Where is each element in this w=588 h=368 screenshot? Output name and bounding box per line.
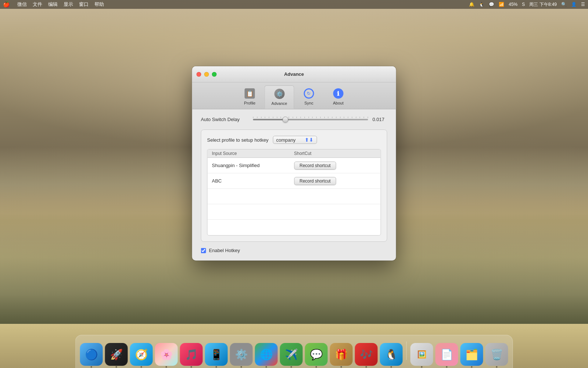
menubar-item-wechat[interactable]: 微信: [17, 1, 27, 8]
profile-selected-value: company: [276, 137, 295, 143]
tab-about[interactable]: ℹ About: [323, 85, 353, 109]
menubar-left: 🍎 微信 文件 编辑 显示 窗口 帮助: [3, 1, 104, 8]
shortcut-cell-1: Record shortcut: [294, 162, 376, 170]
wechat-status-icon: 💬: [489, 2, 494, 7]
close-button[interactable]: [197, 72, 201, 77]
dock-separator: [406, 342, 407, 360]
advance-tab-icon: ⚙️: [273, 88, 285, 100]
about-tab-icon: ℹ: [332, 88, 344, 99]
hotkey-table: Input Source ShortCut Shuangpin - Simpli…: [207, 149, 381, 236]
delay-row: Auto Switch Delay: [201, 117, 387, 122]
input-source-2: ABC: [212, 178, 294, 184]
dock-icon-qq[interactable]: 🐧: [380, 343, 403, 366]
enable-hotkey-row: Enabel Hotkey: [201, 248, 387, 253]
dock-icon-preview[interactable]: 📄: [435, 343, 458, 366]
dock-icon-launchpad[interactable]: 🚀: [105, 343, 128, 366]
delay-label: Auto Switch Delay: [201, 117, 249, 122]
table-row: ABC Record shortcut: [208, 173, 381, 189]
wifi-icon: 📶: [499, 2, 504, 7]
menubar-item-window[interactable]: 窗口: [79, 1, 89, 8]
dock-icon-appstore[interactable]: 📱: [205, 343, 228, 366]
dropdown-arrow-icon: ⬆⬇: [305, 137, 313, 143]
qq-status-icon: 🐧: [479, 2, 484, 7]
dock-icon-music[interactable]: 🎵: [180, 343, 203, 366]
menubar: 🍎 微信 文件 编辑 显示 窗口 帮助 🔔 🐧 💬 📶 45% S 周三 下午8…: [0, 0, 588, 9]
dock-icon-chrome[interactable]: 🌐: [255, 343, 278, 366]
col-input-source: Input Source: [212, 151, 294, 156]
dock-icon-finder[interactable]: 🔵: [80, 343, 103, 366]
menubar-item-help[interactable]: 帮助: [94, 1, 104, 8]
table-header: Input Source ShortCut: [208, 149, 381, 158]
table-empty-row: [208, 189, 381, 204]
apple-menu[interactable]: 🍎: [3, 1, 10, 8]
table-row: Shuangpin - Simplified Record shortcut: [208, 158, 381, 173]
dock-icon-directmail[interactable]: ✈️: [280, 343, 303, 366]
datetime: 周三 下午8:49: [529, 1, 557, 8]
dock-icon-browser2[interactable]: 🗂️: [460, 343, 483, 366]
maximize-button[interactable]: [212, 72, 217, 77]
search-icon[interactable]: 🔍: [561, 2, 567, 7]
profile-section: Select profile to setup hotkey company ⬆…: [201, 130, 387, 242]
dock-icon-wechat[interactable]: 💬: [305, 343, 328, 366]
delay-value: 0.017: [373, 117, 387, 122]
dock: 🔵 🚀 🧭 🌸 🎵 📱 ⚙️ 🌐 ✈️ 💬 🎁 🎶 🐧 🖼️ 📄 🗂️ 🗑️: [75, 335, 513, 368]
record-shortcut-button-1[interactable]: Record shortcut: [294, 162, 336, 170]
enable-hotkey-checkbox[interactable]: [201, 248, 206, 253]
dock-icon-photos[interactable]: 🌸: [155, 343, 178, 366]
enable-hotkey-label: Enabel Hotkey: [209, 248, 240, 253]
tab-sync-label: Sync: [304, 101, 313, 105]
delay-slider[interactable]: [253, 119, 368, 120]
user-avatar: 👤: [571, 2, 577, 7]
dock-icon-netease[interactable]: 🎶: [355, 343, 378, 366]
sogou-icon: S: [522, 2, 525, 7]
record-shortcut-button-2[interactable]: Record shortcut: [294, 177, 336, 185]
slider-fill: [253, 119, 286, 120]
window-buttons: [197, 72, 217, 77]
tab-sync[interactable]: ↻ Sync: [294, 85, 323, 109]
profile-select-row: Select profile to setup hotkey company ⬆…: [207, 136, 381, 144]
window-titlebar: Advance: [192, 66, 396, 82]
tab-advance-label: Advance: [272, 101, 287, 106]
dock-icon-settings[interactable]: ⚙️: [230, 343, 253, 366]
menubar-item-edit[interactable]: 编辑: [48, 1, 58, 8]
menubar-right: 🔔 🐧 💬 📶 45% S 周三 下午8:49 🔍 👤 ☰: [469, 1, 585, 8]
tab-about-label: About: [333, 101, 344, 105]
dock-icon-trash[interactable]: 🗑️: [485, 343, 508, 366]
sync-tab-icon: ↻: [303, 88, 315, 99]
profile-dropdown[interactable]: company ⬆⬇: [273, 136, 317, 144]
shortcut-cell-2: Record shortcut: [294, 177, 376, 185]
advance-dialog: Advance 📋 Profile ⚙️ Advance ↻ Sync: [192, 66, 396, 261]
table-empty-row: [208, 204, 381, 220]
dock-icon-safari[interactable]: 🧭: [130, 343, 153, 366]
slider-thumb[interactable]: [282, 117, 288, 123]
profile-tab-icon: 📋: [244, 88, 256, 99]
menubar-item-file[interactable]: 文件: [33, 1, 42, 8]
minimize-button[interactable]: [204, 72, 209, 77]
tab-profile-label: Profile: [244, 101, 255, 105]
col-shortcut: ShortCut: [294, 151, 376, 156]
table-empty-row: [208, 220, 381, 235]
window-title: Advance: [284, 71, 304, 77]
tab-profile[interactable]: 📋 Profile: [235, 85, 265, 109]
input-source-1: Shuangpin - Simplified: [212, 163, 294, 168]
dock-icon-imagecomp[interactable]: 🖼️: [410, 343, 433, 366]
notification-icon: 🔔: [469, 2, 474, 7]
toolbar: 📋 Profile ⚙️ Advance ↻ Sync ℹ About: [192, 82, 396, 109]
window-content: Auto Switch Delay: [192, 109, 396, 261]
menubar-item-display[interactable]: 显示: [64, 1, 73, 8]
dock-icon-gift[interactable]: 🎁: [330, 343, 353, 366]
battery-status: 45%: [509, 2, 517, 7]
list-icon[interactable]: ☰: [581, 2, 585, 7]
tab-advance[interactable]: ⚙️ Advance: [265, 85, 294, 109]
profile-select-label: Select profile to setup hotkey: [207, 137, 269, 143]
